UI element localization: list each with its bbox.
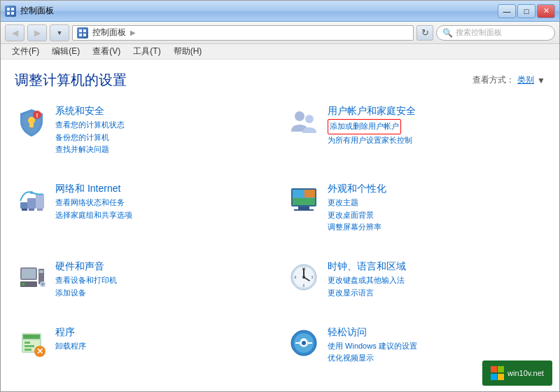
hardware-content: 硬件和声音 查看设备和打印机 添加设备 <box>55 260 273 299</box>
appearance-link-0[interactable]: 更改主题 <box>328 197 545 209</box>
svg-point-56 <box>302 341 306 345</box>
system-security-link-1[interactable]: 备份您的计算机 <box>55 132 273 144</box>
window-controls: — □ ✕ <box>498 4 555 18</box>
hardware-icon <box>15 260 48 294</box>
svg-rect-24 <box>304 190 315 197</box>
forward-button[interactable]: ▶ <box>27 24 47 41</box>
accessibility-title[interactable]: 轻松访问 <box>328 326 545 339</box>
user-accounts-title[interactable]: 用户帐户和家庭安全 <box>328 105 545 118</box>
svg-point-40 <box>302 276 305 279</box>
view-mode: 查看方式： 类别 ▼ <box>472 74 545 86</box>
network-link-0[interactable]: 查看网络状态和任务 <box>55 197 273 209</box>
view-mode-value[interactable]: 类别 <box>517 74 534 86</box>
appearance-link-2[interactable]: 调整屏幕分辨率 <box>328 221 545 234</box>
back-button[interactable]: ◀ <box>5 24 24 41</box>
accessibility-icon <box>287 326 321 360</box>
menu-bar: 文件(F) 编辑(E) 查看(V) 工具(T) 帮助(H) <box>1 44 559 59</box>
svg-text:12: 12 <box>302 267 306 271</box>
clock-link-0[interactable]: 更改键盘或其他输入法 <box>328 274 545 287</box>
svg-rect-27 <box>294 209 314 211</box>
menu-file[interactable]: 文件(F) <box>6 44 45 59</box>
accessibility-content: 轻松访问 使用 Windows 建议的设置 优化视频显示 <box>328 326 545 365</box>
svg-rect-15 <box>27 198 36 209</box>
minimize-button[interactable]: — <box>498 4 516 18</box>
close-button[interactable]: ✕ <box>537 4 555 18</box>
svg-rect-46 <box>23 335 40 339</box>
appearance-title[interactable]: 外观和个性化 <box>328 183 545 195</box>
svg-text:9: 9 <box>295 275 297 279</box>
svg-rect-0 <box>7 8 10 10</box>
svg-rect-18 <box>29 209 34 211</box>
view-mode-label: 查看方式： <box>472 74 514 86</box>
svg-rect-4 <box>79 29 82 32</box>
network-link-1[interactable]: 选择家庭组和共享选项 <box>55 209 273 222</box>
svg-rect-7 <box>83 34 86 36</box>
appearance-link-1[interactable]: 更改桌面背景 <box>328 209 545 222</box>
hardware-link-0[interactable]: 查看设备和打印机 <box>55 274 273 287</box>
svg-rect-16 <box>36 194 44 209</box>
svg-rect-25 <box>293 198 315 205</box>
menu-tools[interactable]: 工具(T) <box>127 44 166 59</box>
svg-text:3: 3 <box>312 275 314 279</box>
breadcrumb-text: 控制面板 <box>92 27 126 38</box>
user-accounts-link-0[interactable]: 添加或删除用户帐户 <box>328 119 401 134</box>
programs-link-0[interactable]: 卸载程序 <box>55 340 273 353</box>
svg-rect-3 <box>11 12 14 15</box>
svg-rect-2 <box>7 12 10 15</box>
menu-edit[interactable]: 编辑(E) <box>46 44 85 59</box>
control-panel-icon <box>77 27 88 38</box>
svg-rect-48 <box>24 342 30 344</box>
search-field[interactable]: 🔍 搜索控制面板 <box>436 25 555 41</box>
menu-help[interactable]: 帮助(H) <box>168 44 208 59</box>
svg-rect-49 <box>24 345 34 347</box>
svg-rect-17 <box>22 209 27 211</box>
clock-link-1[interactable]: 更改显示语言 <box>328 287 545 300</box>
svg-rect-26 <box>298 206 309 209</box>
system-security-link-0[interactable]: 查看您的计算机状态 <box>55 119 273 132</box>
hardware-link-1[interactable]: 添加设备 <box>55 287 273 300</box>
search-icon: 🔍 <box>442 28 453 38</box>
page-header: 调整计算机的设置 查看方式： 类别 ▼ <box>15 71 545 90</box>
category-user-accounts: 用户帐户和家庭安全 添加或删除用户帐户 为所有用户设置家长控制 <box>287 101 545 173</box>
clock-content: 时钟、语言和区域 更改键盘或其他输入法 更改显示语言 <box>328 260 545 299</box>
user-accounts-link-1[interactable]: 为所有用户设置家长控制 <box>328 134 545 147</box>
categories-grid: ! 系统和安全 查看您的计算机状态 备份您的计算机 查找并解决问题 <box>15 101 545 382</box>
category-network: 网络和 Internet 查看网络状态和任务 选择家庭组和共享选项 <box>15 178 273 251</box>
title-bar-left: 控制面板 <box>5 5 54 17</box>
svg-rect-19 <box>37 209 43 211</box>
user-accounts-content: 用户帐户和家庭安全 添加或删除用户帐户 为所有用户设置家长控制 <box>328 105 545 146</box>
svg-rect-50 <box>24 349 31 351</box>
menu-view[interactable]: 查看(V) <box>87 44 126 59</box>
svg-rect-23 <box>293 190 304 197</box>
svg-text:✕: ✕ <box>36 346 43 356</box>
svg-rect-29 <box>22 269 36 279</box>
page-title: 调整计算机的设置 <box>15 71 127 90</box>
watermark-text: win10v.net <box>507 369 544 377</box>
category-system-security: ! 系统和安全 查看您的计算机状态 备份您的计算机 查找并解决问题 <box>15 101 273 173</box>
window-title: 控制面板 <box>20 5 54 17</box>
clock-icon: 12 3 6 9 <box>287 260 321 294</box>
system-security-title[interactable]: 系统和安全 <box>55 105 273 118</box>
clock-title[interactable]: 时钟、语言和区域 <box>328 260 545 273</box>
category-programs: ✕ 程序 卸载程序 <box>15 322 273 382</box>
programs-content: 程序 卸载程序 <box>55 326 273 353</box>
title-bar: 控制面板 — □ ✕ <box>1 1 559 22</box>
svg-point-20 <box>30 191 33 194</box>
hardware-title[interactable]: 硬件和声音 <box>55 260 273 273</box>
system-security-content: 系统和安全 查看您的计算机状态 备份您的计算机 查找并解决问题 <box>55 105 273 156</box>
system-security-icon: ! <box>15 105 48 139</box>
address-bar: ◀ ▶ ▼ 控制面板 ▶ ↻ 🔍 搜索控制面板 <box>1 22 559 44</box>
recent-button[interactable]: ▼ <box>50 24 69 41</box>
category-appearance: 外观和个性化 更改主题 更改桌面背景 调整屏幕分辨率 <box>287 178 545 251</box>
accessibility-link-0[interactable]: 使用 Windows 建议的设置 <box>328 340 545 353</box>
view-dropdown-arrow[interactable]: ▼ <box>537 76 545 85</box>
maximize-button[interactable]: □ <box>517 4 536 18</box>
window-icon <box>5 6 16 17</box>
programs-title[interactable]: 程序 <box>55 326 273 339</box>
refresh-button[interactable]: ↻ <box>416 25 433 41</box>
category-hardware: 硬件和声音 查看设备和打印机 添加设备 <box>15 256 273 316</box>
svg-rect-31 <box>39 270 43 273</box>
address-field[interactable]: 控制面板 ▶ <box>72 25 414 41</box>
system-security-link-2[interactable]: 查找并解决问题 <box>55 144 273 156</box>
network-title[interactable]: 网络和 Internet <box>55 183 273 195</box>
